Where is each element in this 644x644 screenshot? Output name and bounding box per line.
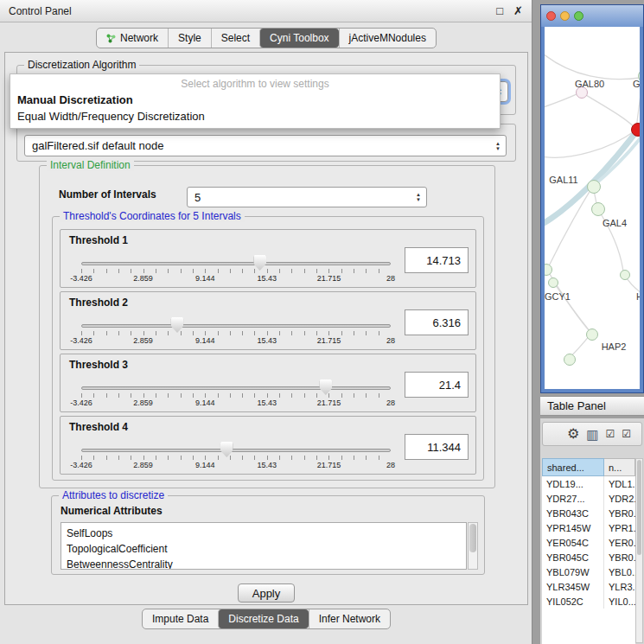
table-cell: YLR345W: [542, 579, 604, 594]
node-label: GCY1: [545, 291, 571, 302]
threshold-panel: Threshold 2 -3.4262.8599.14415.4321.7152…: [60, 291, 476, 350]
table-row[interactable]: YPR145WYPR1...: [542, 520, 635, 535]
table-row[interactable]: YBL079WYBL0...: [542, 564, 635, 579]
scrollbar-thumb[interactable]: [637, 460, 641, 555]
discretization-algorithm-label: Discretization Algorithm: [24, 59, 139, 71]
tab-label: Discretize Data: [228, 613, 298, 625]
float-window-icon[interactable]: □: [496, 4, 503, 17]
cyni-toolbox-panel: Discretization Algorithm ▲▼ Select algor…: [4, 52, 528, 605]
numerical-attributes-list[interactable]: SelfLoopsTopologicalCoefficientBetweenne…: [61, 522, 467, 570]
tab-style[interactable]: Style: [168, 29, 211, 48]
show-columns-checkbox-icon[interactable]: ☑: [606, 429, 615, 439]
threshold-slider[interactable]: -3.4262.8599.14415.4321.71528: [81, 379, 391, 411]
network-node[interactable]: [631, 123, 640, 137]
table-row[interactable]: YLR345WYLR3...: [542, 579, 635, 594]
columns-icon[interactable]: ▥: [586, 428, 598, 441]
tab-jactivemnodules[interactable]: jActiveMNodules: [339, 29, 436, 48]
scale-tick-label: 2.859: [133, 399, 153, 407]
network-node[interactable]: [564, 354, 576, 366]
table-cell: YDR27...: [542, 491, 604, 506]
scrollbar-thumb[interactable]: [469, 524, 476, 552]
tab-select[interactable]: Select: [211, 29, 259, 48]
slider-scale: -3.4262.8599.14415.4321.71528: [81, 274, 391, 284]
attributes-scrollbar[interactable]: [468, 522, 478, 570]
dropdown-item-manual-discretization[interactable]: Manual Discretization: [10, 92, 500, 108]
threshold-value-field[interactable]: 21.4: [405, 372, 469, 398]
slider-track: [81, 262, 391, 265]
node-label: H: [636, 291, 640, 302]
threshold-slider[interactable]: -3.4262.8599.14415.4321.71528: [81, 316, 391, 349]
table-row[interactable]: YIL052CYIL0...: [542, 594, 635, 609]
maximize-traffic-light-icon[interactable]: [574, 11, 583, 21]
attribute-list-item[interactable]: BetweennessCentrality: [67, 557, 466, 570]
table-cell: YBR0...: [604, 506, 635, 520]
tab-label: Network: [120, 32, 158, 44]
bottom-tab-discretize-data[interactable]: Discretize Data: [218, 609, 308, 628]
close-window-icon[interactable]: ✗: [513, 4, 523, 17]
table-cell: YIL052C: [542, 594, 604, 609]
scale-tick-label: 28: [386, 336, 395, 345]
threshold-slider[interactable]: -3.4262.8599.14415.4321.71528: [81, 254, 391, 287]
top-tab-bar: NetworkStyleSelectCyni ToolboxjActiveMNo…: [96, 28, 437, 48]
number-of-intervals-value: 5: [194, 191, 201, 204]
tab-label: Infer Network: [319, 613, 380, 625]
close-traffic-light-icon[interactable]: [546, 11, 556, 21]
network-node[interactable]: [591, 202, 605, 216]
scale-tick-label: 21.715: [317, 461, 341, 469]
table-row[interactable]: YER054CYER0...: [542, 535, 635, 550]
network-node[interactable]: [587, 180, 601, 194]
column-header-name[interactable]: n...: [604, 458, 635, 476]
number-of-intervals-combobox[interactable]: 5 ▲▼: [187, 187, 427, 207]
scale-tick-label: 21.715: [317, 336, 341, 345]
slider-ticks: [81, 269, 391, 273]
bottom-tab-bar: Impute DataDiscretize DataInfer Network: [142, 609, 391, 629]
attribute-list-item[interactable]: SelfLoops: [67, 526, 466, 541]
tab-label: Style: [178, 32, 201, 44]
table-row[interactable]: YDR27...YDR2...: [542, 491, 635, 506]
table-cell: YER0...: [604, 535, 635, 550]
select-all-checkbox-icon[interactable]: ☑: [622, 429, 631, 439]
bottom-tab-impute-data[interactable]: Impute Data: [143, 609, 218, 628]
node-label: GAL11: [549, 175, 577, 185]
bottom-tab-infer-network[interactable]: Infer Network: [309, 609, 390, 628]
table-row[interactable]: YDL19...YDL1...: [542, 476, 635, 491]
tab-cyni-toolbox[interactable]: Cyni Toolbox: [259, 29, 338, 48]
scale-tick-label: 28: [386, 274, 395, 283]
scale-tick-label: 9.144: [195, 274, 215, 283]
column-header-shared-name[interactable]: shared...: [542, 458, 604, 476]
node-label: GAL4: [603, 218, 627, 228]
threshold-value-field[interactable]: 14.713: [405, 247, 469, 273]
table-row[interactable]: YBR043CYBR0...: [542, 506, 635, 520]
scale-tick-label: 21.715: [317, 399, 341, 407]
control-panel-titlebar: Control Panel □ ✗: [0, 0, 532, 22]
table-data-value: galFiltered.sif default node: [32, 139, 163, 152]
gear-icon[interactable]: ⚙: [567, 427, 579, 441]
scale-tick-label: 15.43: [258, 336, 277, 345]
threshold-value-field[interactable]: 6.316: [405, 309, 469, 335]
table-row[interactable]: YBR045CYBR0...: [542, 550, 635, 564]
table-scrollbar[interactable]: [635, 458, 643, 643]
minimize-traffic-light-icon[interactable]: [560, 11, 570, 21]
threshold-slider[interactable]: -3.4262.8599.14415.4321.71528: [81, 441, 391, 474]
network-node[interactable]: [620, 270, 630, 280]
table-panel-titlebar: Table Panel: [540, 396, 644, 416]
dropdown-item-equal-width-frequency-discretization[interactable]: Equal Width/Frequency Discretization: [10, 108, 500, 124]
table-data-combobox[interactable]: galFiltered.sif default node ▲▼: [24, 135, 507, 156]
attribute-list-item[interactable]: TopologicalCoefficient: [67, 541, 466, 557]
table-panel-window: ⚙ ▥ ☑ ☑ shared... n... YDL19...YDL1...YD…: [540, 418, 644, 644]
network-node[interactable]: [548, 277, 558, 288]
apply-button[interactable]: Apply: [238, 583, 295, 603]
scale-tick-label: 28: [386, 461, 395, 469]
node-label: GA: [633, 79, 640, 89]
tab-network[interactable]: Network: [97, 29, 168, 48]
network-canvas[interactable]: GAL80GAGAL11GAL4GCY1HHAP2: [545, 27, 640, 389]
table-cell: YDL19...: [542, 476, 604, 491]
slider-ticks: [81, 393, 391, 398]
network-node[interactable]: [586, 328, 598, 341]
slider-track: [81, 324, 391, 328]
network-window-titlebar[interactable]: [541, 5, 643, 27]
table-cell: YDL1...: [604, 476, 635, 491]
algorithm-dropdown-popup: Select algorithm to view settings Manual…: [10, 73, 501, 129]
slider-track: [81, 449, 391, 452]
threshold-value-field[interactable]: 11.344: [405, 434, 469, 460]
